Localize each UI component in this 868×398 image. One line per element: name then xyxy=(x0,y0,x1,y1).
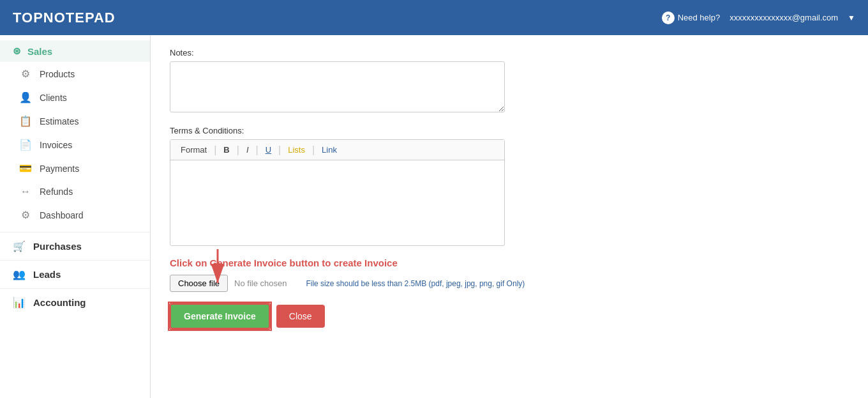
sidebar-item-refunds[interactable]: ↔ Refunds xyxy=(0,180,150,203)
layout: ⊛ Sales ⚙ Products 👤 Clients 📋 Estimates… xyxy=(0,35,868,398)
sidebar-item-dashboard[interactable]: ⚙ Dashboard xyxy=(0,203,150,227)
lists-button[interactable]: Lists xyxy=(284,144,309,156)
italic-button[interactable]: I xyxy=(243,144,253,156)
link-button[interactable]: Link xyxy=(318,144,341,156)
accounting-icon: 📊 xyxy=(13,296,26,309)
generate-invoice-button[interactable]: Generate Invoice xyxy=(170,303,270,329)
terms-editor[interactable] xyxy=(170,160,504,243)
notes-label: Notes: xyxy=(170,48,849,57)
sidebar-item-clients[interactable]: 👤 Clients xyxy=(0,86,150,109)
need-help-label: Need help? xyxy=(678,13,721,22)
main-content: Notes: Terms & Conditions: Format | B | … xyxy=(151,35,868,398)
editor-container: Format | B | I | U | Lists | Link xyxy=(170,139,505,246)
editor-toolbar: Format | B | I | U | Lists | Link xyxy=(170,140,504,160)
user-dropdown-icon[interactable]: ▼ xyxy=(848,13,855,22)
file-section-wrapper: Choose file No file chosen File size sho… xyxy=(170,275,849,292)
terms-label: Terms & Conditions: xyxy=(170,126,849,135)
file-row: Choose file No file chosen File size sho… xyxy=(170,275,849,292)
sidebar-item-payments[interactable]: 💳 Payments xyxy=(0,157,150,180)
instruction-wrapper: Click on Generate Invoice button to crea… xyxy=(170,257,849,268)
clients-icon: 👤 xyxy=(19,91,32,103)
instruction-text: Click on Generate Invoice button to crea… xyxy=(170,257,849,268)
refunds-icon: ↔ xyxy=(19,186,32,197)
sales-section: ⊛ Sales ⚙ Products 👤 Clients 📋 Estimates… xyxy=(0,35,150,232)
sidebar-leads[interactable]: 👥 Leads xyxy=(0,260,150,288)
underline-button[interactable]: U xyxy=(262,144,275,156)
header-right: ? Need help? xxxxxxxxxxxxxxx@gmail.com ▼ xyxy=(662,11,855,24)
sidebar-item-products[interactable]: ⚙ Products xyxy=(0,62,150,86)
divider3: | xyxy=(256,144,258,156)
divider4: | xyxy=(278,144,281,156)
logo: TopNotepad xyxy=(13,10,116,26)
close-button[interactable]: Close xyxy=(276,305,325,328)
purchases-icon: 🛒 xyxy=(13,240,26,252)
file-hint: File size should be less than 2.5MB (pdf… xyxy=(306,279,525,288)
divider2: | xyxy=(237,144,239,156)
generate-wrapper: Generate Invoice xyxy=(170,303,270,329)
user-email[interactable]: xxxxxxxxxxxxxxx@gmail.com xyxy=(730,13,838,22)
invoices-icon: 📄 xyxy=(19,139,32,151)
estimates-icon: 📋 xyxy=(19,115,32,127)
dashboard-icon: ⚙ xyxy=(19,209,32,221)
terms-section: Terms & Conditions: Format | B | I | U |… xyxy=(170,126,849,246)
need-help[interactable]: ? Need help? xyxy=(662,11,721,24)
sidebar-item-invoices[interactable]: 📄 Invoices xyxy=(0,133,150,157)
sidebar-purchases[interactable]: 🛒 Purchases xyxy=(0,232,150,260)
payments-icon: 💳 xyxy=(19,162,32,174)
sidebar-item-estimates[interactable]: 📋 Estimates xyxy=(0,109,150,133)
divider1: | xyxy=(214,144,216,156)
bold-button[interactable]: B xyxy=(220,144,233,156)
format-button[interactable]: Format xyxy=(177,144,211,156)
buttons-row: Generate Invoice Close xyxy=(170,303,849,329)
sidebar-sales-title[interactable]: ⊛ Sales xyxy=(0,40,150,62)
leads-icon: 👥 xyxy=(13,268,26,280)
choose-file-button[interactable]: Choose file xyxy=(170,275,228,292)
products-icon: ⚙ xyxy=(19,68,32,80)
sidebar-accounting[interactable]: 📊 Accounting xyxy=(0,288,150,316)
divider5: | xyxy=(312,144,315,156)
sales-icon: ⊛ xyxy=(13,45,21,57)
notes-textarea[interactable] xyxy=(170,61,505,112)
help-icon: ? xyxy=(662,11,675,24)
sidebar: ⊛ Sales ⚙ Products 👤 Clients 📋 Estimates… xyxy=(0,35,151,398)
no-file-text: No file chosen xyxy=(234,279,287,288)
header: TopNotepad ? Need help? xxxxxxxxxxxxxxx@… xyxy=(0,0,868,35)
